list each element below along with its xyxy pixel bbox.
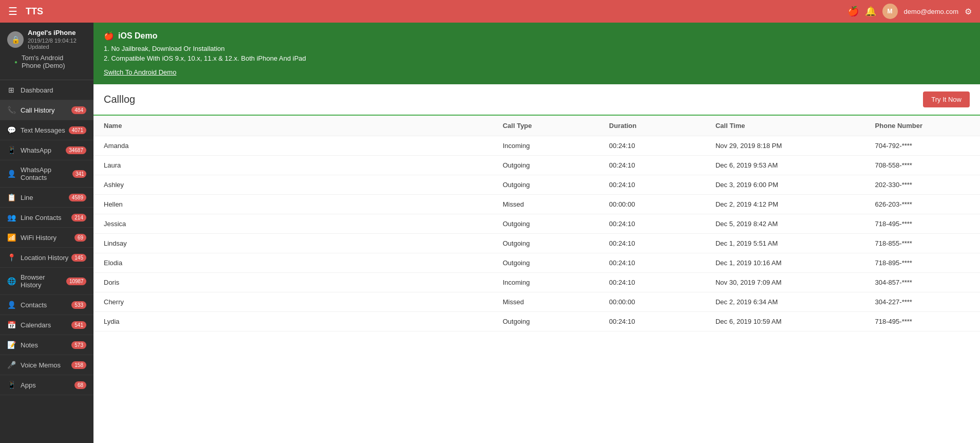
- sidebar-nav: ⊞Dashboard📞Call History484💬Text Messages…: [0, 80, 93, 443]
- banner-apple-icon: 🍎: [104, 31, 114, 41]
- cell-name-6: Elodia: [93, 253, 493, 273]
- cell-phone-7: 304-857-****: [865, 273, 980, 292]
- cell-duration-5: 00:24:10: [599, 234, 705, 253]
- table-row: ElodiaOutgoing00:24:10Dec 1, 2019 10:16 …: [93, 253, 980, 273]
- settings-icon[interactable]: ⚙: [965, 7, 972, 16]
- table-row: HellenMissed00:00:00Dec 2, 2019 4:12 PM6…: [93, 195, 980, 214]
- sidebar-item-whatsapp-contacts[interactable]: 👤WhatsApp Contacts341: [0, 160, 93, 188]
- cell-type-4: Outgoing: [493, 214, 599, 234]
- cell-type-7: Incoming: [493, 273, 599, 292]
- sidebar-item-apps[interactable]: 📱Apps68: [0, 375, 93, 395]
- cell-type-9: Outgoing: [493, 312, 599, 331]
- cell-duration-7: 00:24:10: [599, 273, 705, 292]
- cell-duration-0: 00:24:10: [599, 136, 705, 156]
- table-row: CherryMissed00:00:00Dec 2, 2019 6:34 AM3…: [93, 292, 980, 312]
- nav-badge-9: 10987: [66, 278, 86, 285]
- sidebar-item-contacts[interactable]: 👤Contacts533: [0, 295, 93, 315]
- nav-badge-8: 145: [71, 254, 86, 262]
- cell-phone-3: 626-203-****: [865, 195, 980, 214]
- sidebar-item-voice-memos[interactable]: 🎤Voice Memos158: [0, 355, 93, 375]
- banner-line1: 1. No Jailbreak, Download Or Installatio…: [104, 45, 970, 52]
- table-row: LydiaOutgoing00:24:10Dec 6, 2019 10:59 A…: [93, 312, 980, 331]
- nav-label-2: Text Messages: [21, 126, 65, 134]
- cell-phone-6: 718-895-****: [865, 253, 980, 273]
- cell-name-0: Amanda: [93, 136, 493, 156]
- nav-icon-1: 📞: [7, 106, 15, 114]
- cell-time-0: Nov 29, 2019 8:18 PM: [705, 136, 865, 156]
- nav-icon-9: 🌐: [7, 277, 15, 285]
- cell-name-1: Laura: [93, 156, 493, 175]
- try-it-now-button[interactable]: Try It Now: [923, 91, 970, 107]
- device-avatar: 🔒: [7, 31, 24, 48]
- sidebar-item-location-history[interactable]: 📍Location History145: [0, 248, 93, 268]
- sidebar-item-notes[interactable]: 📝Notes573: [0, 335, 93, 355]
- nav-badge-13: 158: [71, 361, 86, 369]
- sidebar-item-wifi-history[interactable]: 📶WiFi History69: [0, 228, 93, 248]
- nav-label-12: Notes: [21, 341, 38, 349]
- sidebar-item-dashboard[interactable]: ⊞Dashboard: [0, 80, 93, 100]
- cell-phone-1: 708-558-****: [865, 156, 980, 175]
- cell-duration-6: 00:24:10: [599, 253, 705, 273]
- cell-time-3: Dec 2, 2019 4:12 PM: [705, 195, 865, 214]
- nav-badge-5: 4589: [69, 194, 86, 201]
- sidebar-item-text-messages[interactable]: 💬Text Messages4071: [0, 120, 93, 140]
- main-layout: 🔒 Angel's iPhone 2019/12/8 19:04:12 Upda…: [0, 23, 980, 443]
- cell-name-4: Jessica: [93, 214, 493, 234]
- cell-duration-8: 00:00:00: [599, 292, 705, 312]
- nav-label-13: Voice Memos: [21, 361, 61, 369]
- nav-label-7: WiFi History: [21, 234, 56, 242]
- cell-phone-0: 704-792-****: [865, 136, 980, 156]
- nav-badge-3: 34687: [66, 146, 86, 154]
- nav-label-8: Location History: [21, 254, 68, 262]
- avatar[interactable]: M: [882, 4, 898, 19]
- ios-banner: 🍎 iOS Demo 1. No Jailbreak, Download Or …: [93, 23, 980, 84]
- call-table: Name Call Type Duration Call Time Phone …: [93, 116, 980, 331]
- nav-label-6: Line Contacts: [21, 214, 62, 222]
- sidebar: 🔒 Angel's iPhone 2019/12/8 19:04:12 Upda…: [0, 23, 93, 443]
- nav-icon-2: 💬: [7, 126, 15, 134]
- nav-icon-8: 📍: [7, 253, 15, 262]
- table-row: LindsayOutgoing00:24:10Dec 1, 2019 5:51 …: [93, 234, 980, 253]
- switch-to-android-link[interactable]: Switch To Android Demo: [104, 68, 176, 76]
- table-row: AmandaIncoming00:24:10Nov 29, 2019 8:18 …: [93, 136, 980, 156]
- cell-type-8: Missed: [493, 292, 599, 312]
- cell-time-9: Dec 6, 2019 10:59 AM: [705, 312, 865, 331]
- hamburger-icon[interactable]: ☰: [8, 5, 17, 17]
- cell-duration-4: 00:24:10: [599, 214, 705, 234]
- cell-duration-1: 00:24:10: [599, 156, 705, 175]
- nav-badge-14: 68: [74, 381, 86, 389]
- nav-icon-14: 📱: [7, 381, 15, 389]
- device-name: Angel's iPhone: [28, 29, 86, 36]
- sidebar-item-call-history[interactable]: 📞Call History484: [0, 100, 93, 120]
- nav-label-1: Call History: [21, 106, 54, 114]
- sidebar-item-line-contacts[interactable]: 👥Line Contacts214: [0, 208, 93, 228]
- nav-icon-6: 👥: [7, 213, 15, 222]
- sidebar-item-whatsapp[interactable]: 📱WhatsApp34687: [0, 140, 93, 160]
- nav-badge-4: 341: [72, 170, 86, 178]
- android-device-item[interactable]: ● Tom's Android Phone (Demo): [7, 50, 86, 73]
- cell-phone-8: 304-227-****: [865, 292, 980, 312]
- online-dot: ●: [14, 59, 17, 65]
- nav-icon-7: 📶: [7, 233, 15, 242]
- calllog-title: Calllog: [104, 94, 135, 105]
- calllog-header: Calllog Try It Now: [93, 84, 980, 116]
- col-phone: Phone Number: [865, 116, 980, 136]
- banner-line2: 2. Compatible With iOS 9.x, 10.x, 11.x &…: [104, 54, 970, 62]
- content-area: 🍎 iOS Demo 1. No Jailbreak, Download Or …: [93, 23, 980, 443]
- nav-label-3: WhatsApp: [21, 146, 51, 154]
- bell-icon[interactable]: 🔔: [865, 6, 876, 17]
- nav-icon-3: 📱: [7, 146, 15, 154]
- col-call-time: Call Time: [705, 116, 865, 136]
- apple-icon: 🍎: [847, 6, 859, 17]
- nav-icon-10: 👤: [7, 301, 15, 309]
- nav-icon-5: 📋: [7, 193, 15, 201]
- cell-time-7: Nov 30, 2019 7:09 AM: [705, 273, 865, 292]
- header-right: 🍎 🔔 M demo@demo.com ⚙: [847, 4, 972, 19]
- cell-type-3: Missed: [493, 195, 599, 214]
- cell-phone-2: 202-330-****: [865, 175, 980, 195]
- sidebar-item-browser-history[interactable]: 🌐Browser History10987: [0, 268, 93, 295]
- sidebar-item-line[interactable]: 📋Line4589: [0, 188, 93, 208]
- sidebar-item-calendars[interactable]: 📅Calendars541: [0, 315, 93, 335]
- nav-badge-7: 69: [74, 234, 86, 242]
- cell-name-5: Lindsay: [93, 234, 493, 253]
